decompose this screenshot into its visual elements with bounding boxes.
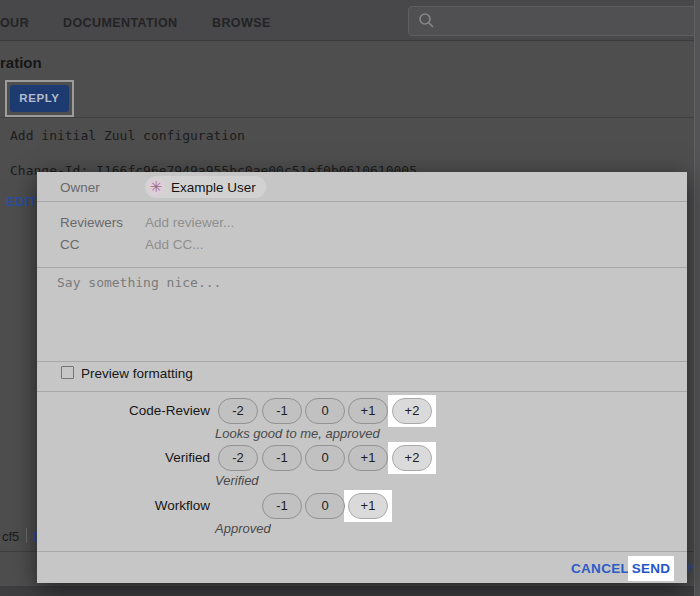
search-input[interactable] xyxy=(408,6,700,36)
vote-button-zero[interactable]: 0 xyxy=(305,398,345,424)
top-navigation-bar: OUR ▾ DOCUMENTATION ▾ BROWSE xyxy=(0,0,700,41)
page-divider xyxy=(0,117,700,118)
send-button[interactable]: SEND xyxy=(628,556,674,581)
vote-button-plus1[interactable]: +1 xyxy=(348,398,388,424)
separator xyxy=(26,528,27,543)
vote-button-plus1[interactable]: +1 xyxy=(348,445,388,471)
vote-label: Verified xyxy=(37,450,210,465)
vote-description: Verified xyxy=(215,473,259,488)
reviewers-label: Reviewers xyxy=(60,215,123,230)
owner-name: Example User xyxy=(171,180,256,195)
vote-button-minus2[interactable]: -2 xyxy=(218,398,258,424)
vote-label: Code-Review xyxy=(37,403,210,418)
scrollbar[interactable] xyxy=(694,0,700,596)
vote-description: Looks good to me, approved xyxy=(215,426,380,441)
nav-item-browse[interactable]: BROWSE xyxy=(212,16,271,30)
preview-formatting-label: Preview formatting xyxy=(81,366,193,381)
dialog-divider xyxy=(37,201,687,202)
page-footer-bar xyxy=(0,586,700,596)
owner-label: Owner xyxy=(60,180,100,195)
preview-formatting-checkbox[interactable] xyxy=(61,366,74,379)
identicon-avatar: ✳ xyxy=(147,178,165,196)
reply-button[interactable]: REPLY xyxy=(10,85,69,112)
vote-button-minus1[interactable]: -1 xyxy=(262,445,302,471)
dialog-divider xyxy=(37,267,687,268)
vote-button-plus2-selected[interactable]: +2 xyxy=(392,445,432,471)
cc-label: CC xyxy=(60,237,80,252)
message-textarea[interactable]: Say something nice... xyxy=(57,275,221,290)
reply-dialog: Owner ✳ Example User Reviewers Add revie… xyxy=(37,172,687,583)
dialog-divider xyxy=(37,391,687,392)
owner-chip[interactable]: ✳ Example User xyxy=(145,176,266,198)
caret-down-icon: ▾ xyxy=(24,17,29,28)
dialog-divider xyxy=(37,361,687,362)
sha-fragment: cf5 xyxy=(2,529,19,544)
vote-row-workflow: Workflow -1 0 +1 Approved xyxy=(37,493,687,539)
add-cc-input[interactable]: Add CC... xyxy=(145,237,204,252)
page-title-fragment: ration xyxy=(0,54,42,71)
vote-button-zero[interactable]: 0 xyxy=(305,445,345,471)
commit-subject: Add initial Zuul configuration xyxy=(10,128,245,143)
vote-row-verified: Verified -2 -1 0 +1 +2 Verified xyxy=(37,445,687,491)
vote-label: Workflow xyxy=(37,498,210,513)
add-reviewer-input[interactable]: Add reviewer... xyxy=(145,215,234,230)
vote-row-code-review: Code-Review -2 -1 0 +1 +2 Looks good to … xyxy=(37,398,687,444)
vote-button-plus2-selected[interactable]: +2 xyxy=(392,398,432,424)
cancel-button[interactable]: CANCEL xyxy=(571,561,629,576)
nav-item-documentation[interactable]: DOCUMENTATION xyxy=(63,16,177,30)
dialog-divider xyxy=(37,551,687,552)
vote-button-minus1[interactable]: -1 xyxy=(262,493,302,519)
edit-link[interactable]: EDIT xyxy=(6,194,37,209)
vote-button-minus2[interactable]: -2 xyxy=(218,445,258,471)
vote-description: Approved xyxy=(215,521,271,536)
search-icon xyxy=(418,12,435,33)
vote-button-zero[interactable]: 0 xyxy=(305,493,345,519)
vote-button-minus1[interactable]: -1 xyxy=(262,398,302,424)
vote-button-plus1-selected[interactable]: +1 xyxy=(348,493,388,519)
caret-down-icon: ▾ xyxy=(172,17,177,28)
